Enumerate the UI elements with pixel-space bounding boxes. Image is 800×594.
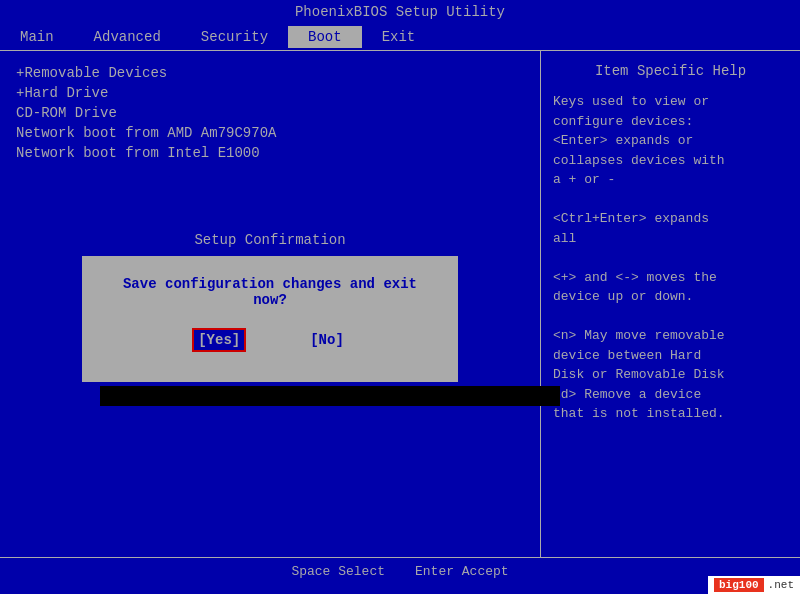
menu-bar: Main Advanced Security Boot Exit bbox=[0, 24, 800, 51]
status-item-0: Space Select bbox=[291, 564, 385, 579]
menu-item-exit[interactable]: Exit bbox=[362, 26, 436, 48]
dialog-shadow bbox=[100, 386, 560, 406]
dialog-body: Save configuration changes and exit now?… bbox=[82, 256, 458, 368]
right-panel: Item Specific Help Keys used to view or … bbox=[540, 51, 800, 557]
help-title: Item Specific Help bbox=[553, 61, 788, 82]
watermark-logo: big100 bbox=[714, 578, 764, 592]
dialog-overlay: Setup Confirmation Save configuration ch… bbox=[0, 51, 540, 557]
left-panel: +Removable Devices +Hard Drive CD-ROM Dr… bbox=[0, 51, 540, 557]
bios-title: PhoenixBIOS Setup Utility bbox=[0, 0, 800, 24]
yes-button[interactable]: [Yes] bbox=[192, 328, 246, 352]
menu-item-main[interactable]: Main bbox=[0, 26, 74, 48]
dialog-box: Setup Confirmation Save configuration ch… bbox=[80, 224, 460, 384]
title-text: PhoenixBIOS Setup Utility bbox=[295, 4, 505, 20]
dialog-title: Setup Confirmation bbox=[82, 226, 458, 256]
dialog-message: Save configuration changes and exit now? bbox=[102, 276, 438, 308]
watermark: big100 .net bbox=[708, 576, 800, 594]
content-area: +Removable Devices +Hard Drive CD-ROM Dr… bbox=[0, 51, 800, 557]
menu-item-advanced[interactable]: Advanced bbox=[74, 26, 181, 48]
help-text: Keys used to view or configure devices: … bbox=[553, 92, 788, 424]
status-bar: Space Select Enter Accept big100 .net bbox=[0, 557, 800, 585]
status-item-1: Enter Accept bbox=[415, 564, 509, 579]
menu-item-security[interactable]: Security bbox=[181, 26, 288, 48]
dialog-buttons: [Yes] [No] bbox=[192, 328, 348, 352]
dialog-title-text: Setup Confirmation bbox=[194, 232, 345, 248]
no-button[interactable]: [No] bbox=[306, 330, 348, 350]
watermark-domain: .net bbox=[768, 579, 794, 591]
menu-item-boot[interactable]: Boot bbox=[288, 26, 362, 48]
